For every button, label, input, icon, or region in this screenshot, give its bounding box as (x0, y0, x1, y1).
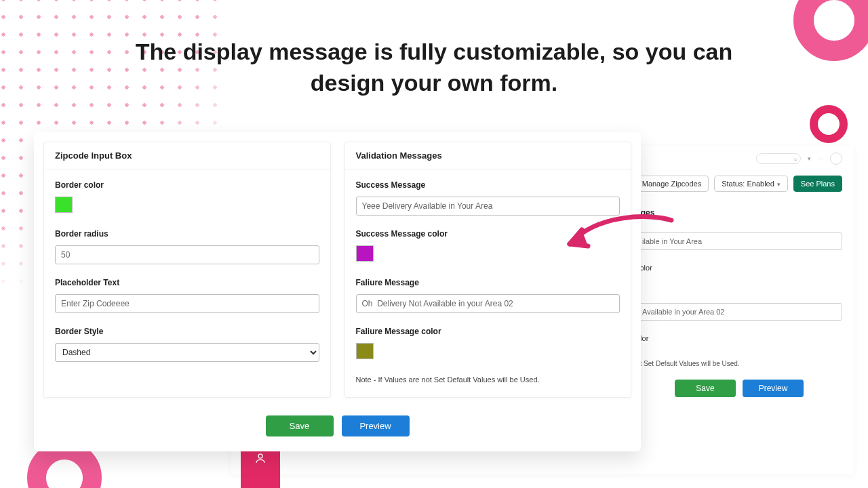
avatar[interactable] (830, 152, 842, 165)
decorative-ring (810, 105, 848, 143)
border-color-swatch[interactable] (55, 197, 73, 213)
border-style-label: Border Style (55, 327, 319, 336)
user-icon[interactable] (254, 452, 267, 467)
preview-button[interactable]: Preview (342, 415, 410, 436)
page-title: The display message is fully customizabl… (129, 37, 739, 99)
section-title-partial: ages (636, 208, 842, 218)
decorative-ring (793, 0, 868, 61)
card-title: Validation Messages (345, 142, 631, 169)
user-name-placeholder: ··· (818, 155, 823, 162)
success-color-label-partial: color (636, 264, 842, 272)
success-message-label: Success Message (356, 180, 620, 190)
failure-color-label-partial: olor (636, 334, 842, 342)
save-button-bg[interactable]: Save (675, 380, 736, 397)
svg-point-1 (258, 454, 262, 458)
failure-color-swatch[interactable] (356, 343, 374, 359)
success-color-label: Success Message color (356, 229, 620, 239)
border-radius-input[interactable] (55, 245, 319, 264)
see-plans-button[interactable]: See Plans (793, 176, 842, 192)
dropdown-caret-icon[interactable]: ▾ (808, 155, 811, 162)
manage-zipcodes-button[interactable]: Manage Zipcodes (635, 176, 709, 192)
border-style-select[interactable]: Dashed (55, 343, 319, 362)
border-radius-label: Border radius (55, 229, 319, 239)
failure-message-input-bg[interactable] (636, 303, 842, 321)
save-button[interactable]: Save (266, 415, 334, 436)
preview-button-bg[interactable]: Preview (743, 380, 804, 397)
success-color-swatch[interactable] (356, 245, 374, 262)
status-dropdown[interactable]: Status: Enabled▾ (714, 176, 788, 192)
success-message-input[interactable] (356, 197, 620, 216)
card-title: Zipcode Input Box (44, 142, 330, 169)
defaults-note-partial: ot Set Default Values will be Used. (636, 360, 842, 367)
placeholder-text-input[interactable] (55, 294, 319, 313)
failure-message-input[interactable] (356, 294, 620, 313)
success-message-input-bg[interactable] (636, 232, 842, 250)
foreground-settings-panel: Zipcode Input Box Border color Border ra… (34, 132, 641, 451)
placeholder-text-label: Placeholder Text (55, 278, 319, 287)
zipcode-input-box-card: Zipcode Input Box Border color Border ra… (43, 142, 331, 398)
validation-messages-card: Validation Messages Success Message Succ… (344, 142, 632, 398)
border-color-label: Border color (55, 180, 319, 190)
failure-color-label: Faliure Message color (356, 327, 620, 336)
defaults-note: Note - If Values are not Set Default Val… (356, 375, 620, 384)
failure-message-label: Faliure Message (356, 278, 620, 287)
search-input[interactable]: ⌕ (756, 153, 801, 164)
chevron-down-icon: ▾ (774, 181, 781, 188)
search-icon: ⌕ (794, 156, 797, 162)
